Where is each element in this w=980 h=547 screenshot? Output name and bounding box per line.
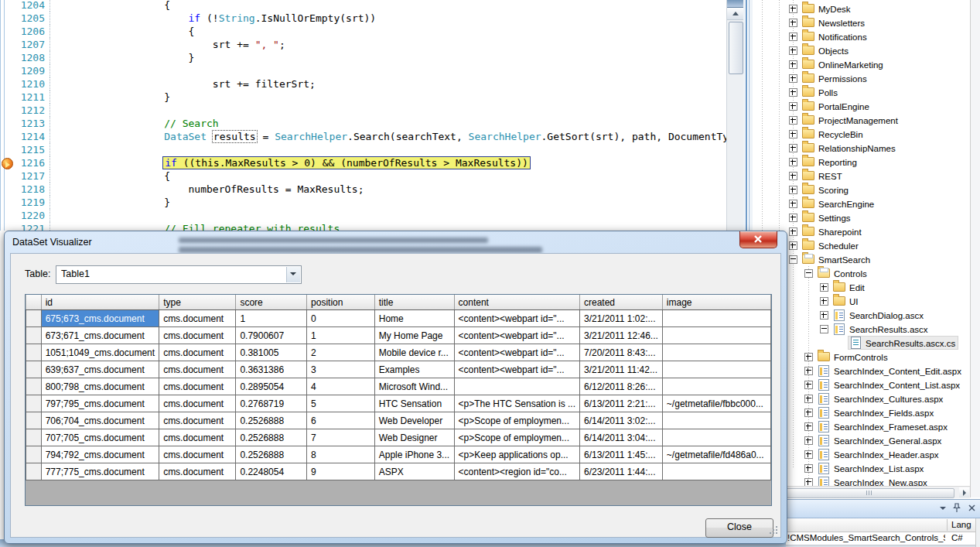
tree-vertical-scrollbar[interactable] bbox=[970, 0, 980, 497]
code-text[interactable]: // Search bbox=[67, 117, 744, 130]
pin-icon[interactable] bbox=[952, 503, 961, 514]
plus-expand-icon[interactable] bbox=[804, 395, 813, 403]
row-header-cell[interactable] bbox=[26, 344, 42, 361]
table-cell[interactable]: 0.2768719 bbox=[236, 395, 307, 412]
sidebar-item-permissions[interactable]: Permissions bbox=[753, 71, 970, 85]
code-line[interactable]: 1221 // Fill repeater with results bbox=[0, 222, 744, 231]
plus-expand-icon[interactable] bbox=[789, 116, 797, 125]
table-cell[interactable] bbox=[662, 463, 770, 480]
code-text[interactable] bbox=[67, 209, 744, 222]
code-line[interactable]: 1215 bbox=[0, 143, 744, 156]
plus-expand-icon[interactable] bbox=[804, 464, 813, 473]
sidebar-item-onlinemarketing[interactable]: OnlineMarketing bbox=[753, 57, 970, 71]
table-cell[interactable]: 0.2526888 bbox=[236, 412, 307, 429]
table-cell[interactable]: 706;704_cms.document bbox=[41, 412, 159, 429]
column-header-content[interactable]: content bbox=[454, 295, 579, 310]
minus-expand-icon[interactable] bbox=[789, 255, 797, 264]
code-text[interactable]: if (!String.IsNullOrEmpty(srt)) bbox=[67, 12, 744, 25]
editor-indicator-margin[interactable] bbox=[0, 196, 14, 209]
plus-expand-icon[interactable] bbox=[789, 102, 797, 111]
row-header-cell[interactable] bbox=[26, 378, 42, 395]
table-cell[interactable]: cms.document bbox=[159, 412, 236, 429]
table-cell[interactable]: 0.2248054 bbox=[236, 463, 307, 480]
column-header-created[interactable]: created bbox=[580, 295, 663, 310]
table-cell[interactable]: 6 bbox=[307, 412, 375, 429]
plus-expand-icon[interactable] bbox=[804, 422, 813, 431]
code-line[interactable]: 1218 numberOfResults = MaxResults; bbox=[0, 183, 744, 196]
table-cell[interactable]: 0.2526888 bbox=[236, 446, 307, 463]
sidebar-item-polls[interactable]: Polls bbox=[753, 85, 970, 99]
code-line[interactable]: 1214 DataSet results = SearchHelper.Sear… bbox=[0, 130, 744, 143]
table-cell[interactable]: Home bbox=[374, 310, 454, 327]
breakpoint-margin[interactable] bbox=[0, 156, 14, 169]
table-cell[interactable]: 6/12/2011 8:26:... bbox=[580, 378, 663, 395]
code-text[interactable]: { bbox=[67, 0, 744, 12]
plus-expand-icon[interactable] bbox=[820, 311, 828, 320]
table-cell[interactable]: 673;671_cms.document bbox=[41, 327, 159, 344]
plus-expand-icon[interactable] bbox=[804, 409, 813, 417]
column-header-title[interactable]: title bbox=[374, 295, 454, 310]
code-line[interactable]: 1219 } bbox=[0, 196, 744, 209]
table-cell[interactable]: cms.document bbox=[159, 361, 236, 378]
column-header-id[interactable]: id bbox=[41, 295, 159, 310]
plus-expand-icon[interactable] bbox=[789, 130, 797, 138]
plus-expand-icon[interactable] bbox=[804, 353, 813, 361]
plus-expand-icon[interactable] bbox=[789, 186, 797, 194]
table-cell[interactable]: <content><webpart id="... bbox=[454, 361, 579, 378]
plus-expand-icon[interactable] bbox=[789, 88, 797, 97]
table-cell[interactable]: cms.document bbox=[159, 310, 236, 327]
column-header-position[interactable]: position bbox=[307, 295, 375, 310]
plus-expand-icon[interactable] bbox=[789, 172, 797, 180]
table-cell[interactable]: 777;775_cms.document bbox=[41, 463, 159, 480]
code-line[interactable]: 1210 srt += filterSrt; bbox=[0, 77, 744, 91]
editor-indicator-margin[interactable] bbox=[0, 51, 14, 64]
table-cell[interactable]: HTC Sensation bbox=[374, 395, 454, 412]
code-line[interactable]: 1220 bbox=[0, 209, 744, 222]
table-cell[interactable]: 0.381005 bbox=[236, 344, 307, 361]
plus-expand-icon[interactable] bbox=[820, 283, 828, 292]
table-cell[interactable]: 1051;1049_cms.document bbox=[41, 344, 159, 361]
editor-indicator-margin[interactable] bbox=[0, 209, 14, 222]
table-cell[interactable]: 800;798_cms.document bbox=[41, 378, 159, 395]
editor-indicator-margin[interactable] bbox=[0, 222, 14, 231]
language-column-header[interactable]: Lang bbox=[951, 520, 971, 529]
tree-hscroll-thumb[interactable] bbox=[785, 488, 954, 498]
table-cell[interactable]: 0.3631386 bbox=[236, 361, 307, 378]
editor-indicator-margin[interactable] bbox=[0, 91, 14, 104]
chevron-down-icon[interactable] bbox=[940, 507, 946, 510]
code-text[interactable]: numberOfResults = MaxResults; bbox=[67, 183, 744, 196]
editor-indicator-margin[interactable] bbox=[0, 130, 14, 143]
code-text[interactable] bbox=[67, 64, 744, 77]
table-cell[interactable]: 8 bbox=[307, 446, 375, 463]
code-line[interactable]: 1209 bbox=[0, 64, 744, 77]
table-cell[interactable]: 0.2526888 bbox=[236, 429, 307, 446]
table-cell[interactable] bbox=[662, 412, 770, 429]
code-line[interactable]: 1216 if ((this.MaxResults > 0) && (numbe… bbox=[0, 156, 744, 169]
table-cell[interactable]: 9 bbox=[307, 463, 375, 480]
table-cell[interactable]: My Home Page bbox=[374, 327, 454, 344]
table-cell[interactable]: <p>Keep applications op... bbox=[454, 446, 579, 463]
table-cell[interactable]: Apple iPhone 3... bbox=[374, 446, 454, 463]
code-line[interactable]: 1208 } bbox=[0, 51, 744, 64]
panel-column-headers[interactable]: Lang bbox=[777, 518, 980, 532]
code-text[interactable]: DataSet results = SearchHelper.Search(se… bbox=[67, 130, 744, 143]
plus-expand-icon[interactable] bbox=[789, 214, 797, 222]
table-cell[interactable]: 3/21/2011 12:46... bbox=[580, 327, 663, 344]
table-cell[interactable]: <content><webpart id="... bbox=[454, 310, 579, 327]
dialog-close-button[interactable] bbox=[739, 231, 777, 248]
sidebar-item-objects[interactable]: Objects bbox=[753, 43, 970, 57]
panel-vertical-scrollbar[interactable] bbox=[975, 518, 980, 547]
plus-expand-icon[interactable] bbox=[804, 381, 813, 389]
table-cell[interactable]: cms.document bbox=[159, 446, 236, 463]
plus-expand-icon[interactable] bbox=[789, 227, 797, 236]
close-panel-icon[interactable] bbox=[968, 503, 977, 514]
editor-indicator-margin[interactable] bbox=[0, 0, 14, 12]
sidebar-item-projectmanagement[interactable]: ProjectManagement bbox=[753, 113, 970, 127]
scroll-up-button[interactable] bbox=[727, 8, 744, 20]
table-cell[interactable]: 3/21/2011 11:42... bbox=[580, 361, 663, 378]
table-cell[interactable]: 3 bbox=[307, 361, 375, 378]
table-cell[interactable]: 707;705_cms.document bbox=[41, 429, 159, 446]
table-cell[interactable]: <content><webpart id="... bbox=[454, 327, 579, 344]
table-cell[interactable]: 0.2895054 bbox=[236, 378, 307, 395]
sidebar-item-reporting[interactable]: Reporting bbox=[753, 155, 970, 169]
